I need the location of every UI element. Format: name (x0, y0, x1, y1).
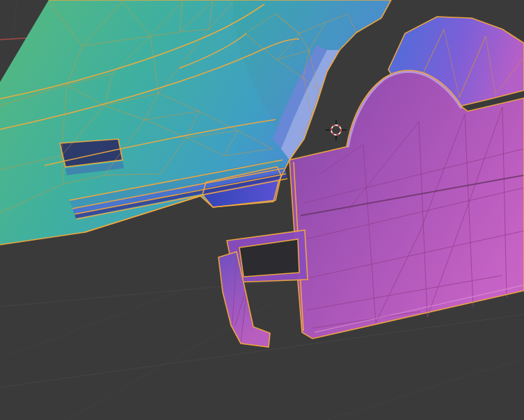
viewport[interactable] (0, 0, 524, 420)
viewport-canvas[interactable] (0, 0, 524, 420)
